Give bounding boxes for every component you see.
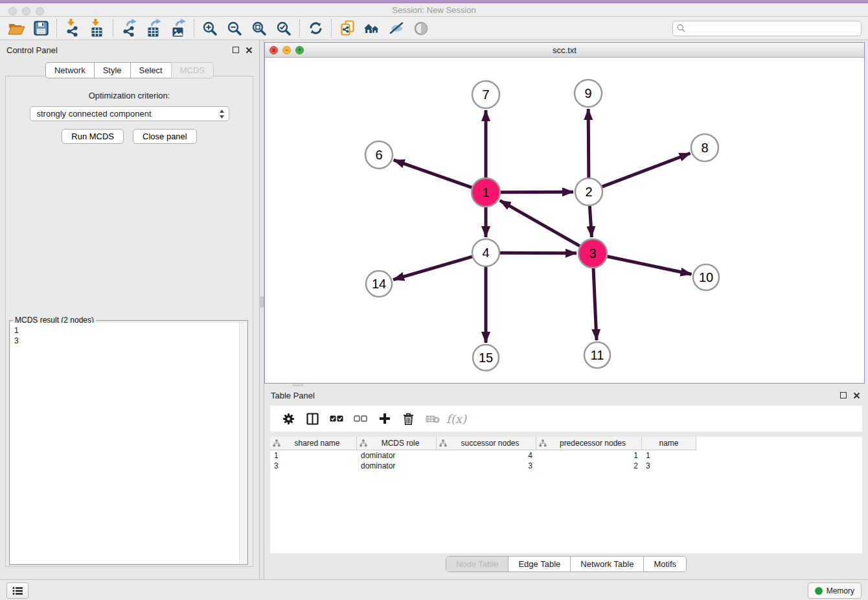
edge-1-6[interactable] (394, 160, 472, 187)
export-table-icon[interactable] (141, 18, 166, 39)
tab-network-table[interactable]: Network Table (571, 557, 644, 571)
cell-name[interactable]: 3 (642, 461, 696, 471)
list-icon (12, 586, 23, 595)
node-label-6: 6 (375, 148, 382, 162)
close-table-panel-icon[interactable] (853, 392, 860, 399)
open-session-icon[interactable] (4, 18, 29, 39)
zoom-fit-icon[interactable] (247, 18, 271, 39)
network-canvas[interactable]: 7968124314101511 (265, 58, 864, 383)
column-header-name[interactable]: name (642, 437, 696, 450)
edge-2-3[interactable] (589, 206, 591, 237)
table-row-0[interactable]: 1dominator411 (270, 450, 862, 461)
save-session-icon[interactable] (29, 18, 53, 39)
task-history-button[interactable] (6, 583, 29, 599)
column-label: shared name (280, 439, 354, 448)
cell-predecessor-nodes[interactable]: 2 (536, 461, 642, 471)
cell-predecessor-nodes[interactable]: 1 (536, 450, 642, 461)
edge-2-9[interactable] (588, 109, 589, 178)
edge-3-10[interactable] (608, 257, 692, 274)
zoom-selected-icon[interactable] (271, 18, 296, 39)
node-label-10: 10 (699, 270, 713, 284)
column-header-shared-name[interactable]: shared name (270, 437, 357, 450)
network-window-titlebar[interactable]: x – + scc.txt (265, 43, 864, 58)
deselect-all-icon[interactable] (348, 408, 372, 430)
column-header-predecessor-nodes[interactable]: predecessor nodes (536, 437, 642, 450)
table-tabs: Node TableEdge TableNetwork TableMotifs (264, 556, 868, 572)
zoom-out-icon[interactable] (222, 18, 247, 39)
edge-2-8[interactable] (602, 154, 691, 187)
table-row-1[interactable]: 3dominator323 (270, 461, 862, 471)
tab-mcds[interactable]: MCDS (171, 62, 214, 78)
network-graph[interactable]: 7968124314101511 (265, 58, 864, 383)
toolbar-separator (113, 19, 113, 38)
chevron-up-down-icon (219, 109, 225, 119)
close-panel-icon[interactable] (246, 47, 253, 54)
export-image-icon[interactable] (166, 18, 190, 39)
cell-MCDS-role[interactable]: dominator (357, 461, 437, 471)
tab-node-table[interactable]: Node Table (446, 557, 509, 571)
edge-1-2[interactable] (501, 192, 573, 192)
mcds-result-box[interactable]: 1 3 (10, 323, 247, 564)
columns-icon[interactable] (301, 408, 325, 430)
run-mcds-button[interactable]: Run MCDS (62, 129, 124, 144)
titlebar-accent-strip (0, 0, 868, 3)
close-panel-button[interactable]: Close panel (133, 129, 197, 144)
tab-style[interactable]: Style (94, 62, 130, 78)
node-label-8: 8 (701, 141, 708, 155)
control-panel-tabs: NetworkStyleSelectMCDS (0, 62, 259, 78)
refresh-icon[interactable] (303, 18, 328, 39)
tab-select[interactable]: Select (130, 62, 171, 78)
import-table-icon[interactable] (85, 18, 109, 39)
tab-edge-table[interactable]: Edge Table (508, 557, 571, 571)
cell-shared-name[interactable]: 3 (270, 461, 357, 471)
node-label-1: 1 (482, 185, 489, 200)
add-icon[interactable] (372, 408, 396, 430)
gear-icon[interactable] (277, 408, 301, 430)
cell-shared-name[interactable]: 1 (270, 450, 357, 461)
table-panel: Table Panel (264, 386, 868, 575)
hierarchy-icon (273, 439, 280, 447)
split-grip[interactable] (260, 297, 264, 307)
optimization-criterion-dropdown[interactable]: strongly connected component (30, 106, 229, 121)
edge-3-11[interactable] (593, 268, 597, 340)
duplicate-network-icon[interactable] (335, 18, 360, 39)
export-network-icon[interactable] (117, 18, 141, 39)
cell-name[interactable]: 1 (642, 450, 696, 461)
delete-icon[interactable] (396, 408, 420, 430)
control-panel: Control Panel NetworkStyleSelectMCDS Opt… (0, 40, 259, 579)
result-scrollbar[interactable] (239, 323, 247, 564)
cell-successor-nodes[interactable]: 4 (437, 450, 536, 461)
edge-3-1[interactable] (500, 200, 580, 246)
tab-network[interactable]: Network (45, 62, 94, 78)
toolbar-separator (56, 19, 57, 38)
column-header-MCDS-role[interactable]: MCDS role (357, 437, 437, 450)
panel-split-divider[interactable] (259, 40, 264, 579)
edge-4-3[interactable] (500, 253, 577, 253)
cell-successor-nodes[interactable]: 3 (437, 461, 536, 471)
hide-graphics-icon[interactable] (384, 18, 409, 39)
tab-motifs[interactable]: Motifs (644, 557, 686, 571)
column-header-successor-nodes[interactable]: successor nodes (437, 437, 536, 450)
search-input[interactable] (688, 24, 857, 33)
node-table[interactable]: shared nameMCDS rolesuccessor nodesprede… (270, 437, 862, 553)
memory-button[interactable]: Memory (808, 583, 862, 599)
hierarchy-icon (539, 439, 547, 447)
hierarchy-icon (360, 439, 367, 447)
table-panel-title: Table Panel (271, 391, 315, 400)
float-table-panel-icon[interactable] (840, 392, 847, 398)
search-field[interactable] (672, 21, 862, 36)
column-label: MCDS role (367, 439, 433, 448)
zoom-in-icon[interactable] (198, 18, 222, 39)
import-network-icon[interactable] (60, 18, 85, 39)
home-layout-icon[interactable] (360, 18, 384, 39)
cell-MCDS-role[interactable]: dominator (357, 450, 437, 461)
float-panel-icon[interactable] (233, 47, 239, 53)
network-view-window: x – + scc.txt 7968124314101511 (264, 42, 865, 384)
toolbar-separator (299, 19, 300, 38)
node-label-15: 15 (479, 351, 493, 365)
main-toolbar (0, 17, 868, 40)
show-graphics-eye-icon[interactable] (409, 18, 433, 39)
table-panel-header: Table Panel (264, 386, 868, 404)
select-all-icon[interactable] (325, 408, 348, 430)
edge-4-14[interactable] (393, 257, 472, 279)
